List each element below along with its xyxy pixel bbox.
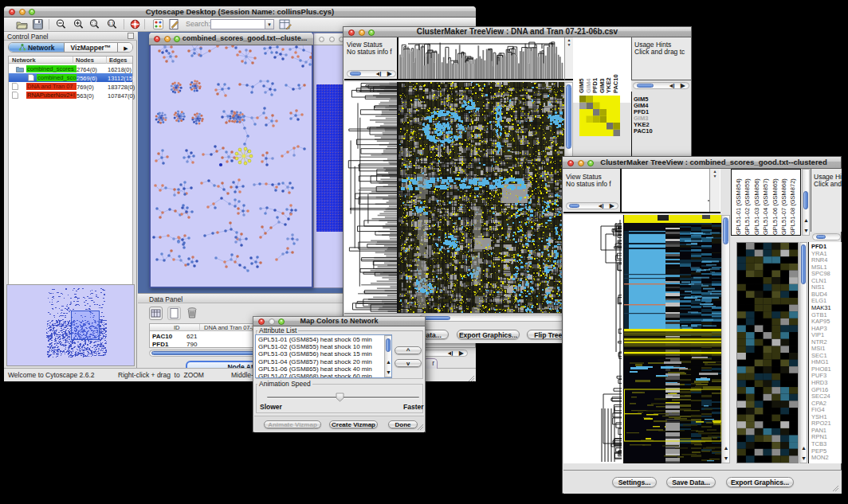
svg-text:1:1: 1:1 [108,21,114,25]
